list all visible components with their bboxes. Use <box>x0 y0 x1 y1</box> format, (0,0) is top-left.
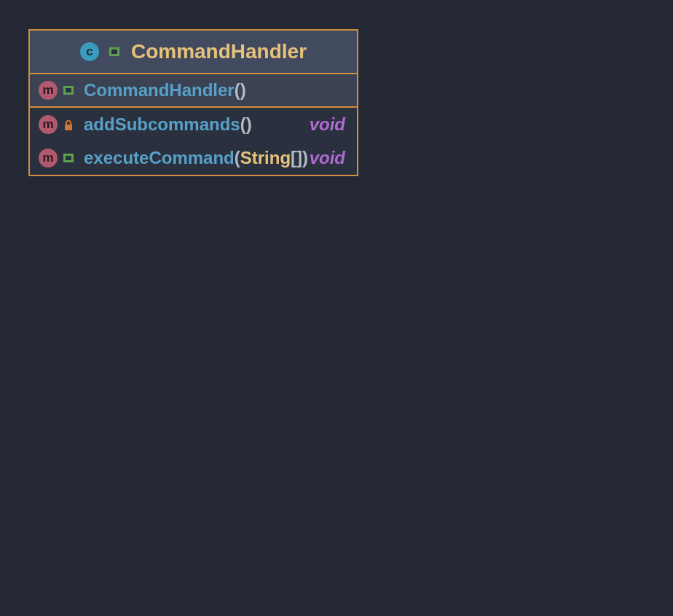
method-row[interactable]: m executeCommand(String[]) void <box>30 141 357 175</box>
paren-open: ( <box>235 80 240 100</box>
class-name: CommandHandler <box>131 40 307 63</box>
class-icon: c <box>80 42 99 61</box>
array-suffix: [] <box>291 148 302 168</box>
constructor-row[interactable]: m CommandHandler() <box>30 74 357 108</box>
member-name: CommandHandler <box>84 80 235 100</box>
param-type: String <box>240 148 291 168</box>
member-name: executeCommand <box>84 148 235 168</box>
paren-close: ) <box>302 148 308 168</box>
member-name: addSubcommands <box>84 114 240 135</box>
method-icon: m <box>39 81 58 100</box>
public-visibility-icon <box>63 86 74 95</box>
method-icon: m <box>39 115 58 134</box>
method-icon: m <box>39 149 58 167</box>
paren-close: ) <box>240 80 246 100</box>
paren-close: ) <box>246 114 252 135</box>
return-type: void <box>310 114 348 135</box>
private-visibility-icon <box>63 120 74 129</box>
method-row[interactable]: m addSubcommands() void <box>30 108 357 141</box>
paren-open: ( <box>240 114 246 135</box>
svg-rect-0 <box>65 125 72 130</box>
class-header: c CommandHandler <box>30 31 357 74</box>
paren-open: ( <box>235 148 240 168</box>
public-visibility-icon <box>109 47 119 56</box>
return-type: void <box>310 148 348 168</box>
public-visibility-icon <box>63 154 74 162</box>
class-diagram-box: c CommandHandler m CommandHandler() m ad… <box>28 29 358 176</box>
